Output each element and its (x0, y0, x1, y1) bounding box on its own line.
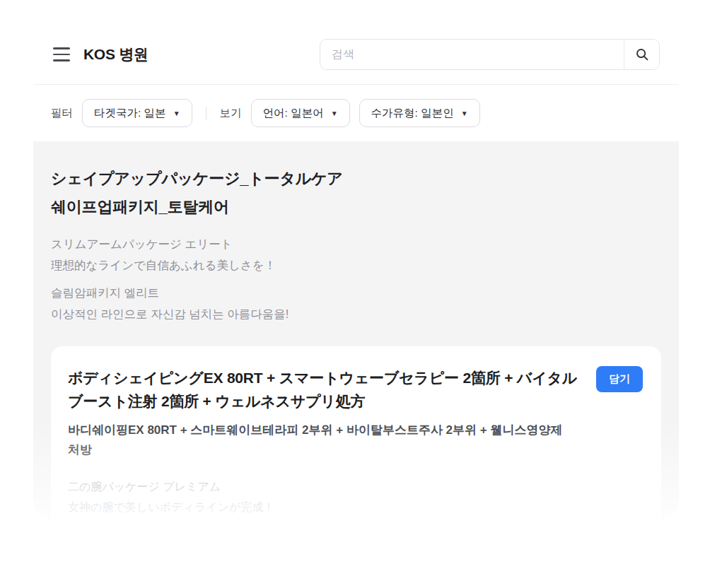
header: KOS 병원 (33, 25, 679, 85)
app-title: KOS 병원 (83, 45, 149, 64)
filter-bar: 필터 타겟국가: 일본 ▼ 보기 언어: 일본어 ▼ 수가유형: 일본인 ▼ (33, 85, 679, 141)
filter-label: 필터 (51, 106, 73, 121)
treatment-desc-line1: 二の腕パッケージ プレミアム (68, 476, 643, 497)
treatment-title-ja: ボディシェイピングEX 80RT + スマートウェーブセラピー 2箇所 + バイ… (68, 366, 583, 413)
add-to-cart-button[interactable]: 담기 (596, 366, 643, 392)
treatment-title-ko: 바디쉐이핑EX 80RT + 스마트웨이브테라피 2부위 + 바이탈부스트주사 … (68, 421, 563, 460)
app-window: KOS 병원 필터 타겟국가: 일본 ▼ 보기 언어 (33, 25, 679, 519)
filter-divider (206, 107, 206, 119)
screenshot-canvas: KOS 병원 필터 타겟국가: 일본 ▼ 보기 언어 (0, 0, 710, 588)
package-subtitle-ja-line1: スリムアームパッケージ エリート (51, 233, 661, 254)
package-title-ja: シェイプアップパッケージ_トータルケア (51, 165, 661, 193)
treatment-hashtags: #無制限#女神の腕#即時効果 (68, 517, 643, 519)
package-title-ko: 쉐이프업패키지_토탈케어 (51, 193, 661, 221)
hamburger-menu-button[interactable] (53, 47, 71, 61)
treatment-card: ボディシェイピングEX 80RT + スマートウェーブセラピー 2箇所 + バイ… (51, 346, 661, 519)
view-label: 보기 (220, 106, 242, 121)
content-area: シェイプアップパッケージ_トータルケア 쉐이프업패키지_토탈케어 スリムアームパ… (33, 141, 679, 519)
search-input[interactable] (320, 40, 624, 69)
dropdown-fee-type-label: 수가유형: 일본인 (371, 106, 454, 121)
dropdown-language[interactable]: 언어: 일본어 ▼ (251, 99, 350, 127)
search-icon (635, 47, 649, 61)
search-box (320, 39, 660, 70)
package-subtitle-ko-line2: 이상적인 라인으로 자신감 넘치는 아름다움을! (51, 303, 661, 324)
dropdown-target-country-label: 타겟국가: 일본 (94, 106, 166, 121)
chevron-down-icon: ▼ (331, 110, 338, 117)
treatment-desc-line2: 女神の腕で美しいボディラインが完成！ (68, 497, 643, 517)
package-subtitle-ko-line1: 슬림암패키지 엘리트 (51, 282, 661, 303)
hamburger-icon (53, 47, 70, 49)
chevron-down-icon: ▼ (173, 110, 180, 117)
package-subtitle-ja-line2: 理想的なラインで自信あふれる美しさを！ (51, 254, 661, 276)
dropdown-language-label: 언어: 일본어 (263, 106, 324, 121)
hamburger-icon (53, 59, 70, 61)
search-button[interactable] (624, 40, 659, 69)
dropdown-fee-type[interactable]: 수가유형: 일본인 ▼ (359, 99, 480, 127)
treatment-card-header: ボディシェイピングEX 80RT + スマートウェーブセラピー 2箇所 + バイ… (68, 366, 643, 413)
chevron-down-icon: ▼ (461, 110, 468, 117)
hamburger-icon (53, 54, 70, 56)
dropdown-target-country[interactable]: 타겟국가: 일본 ▼ (82, 99, 192, 127)
